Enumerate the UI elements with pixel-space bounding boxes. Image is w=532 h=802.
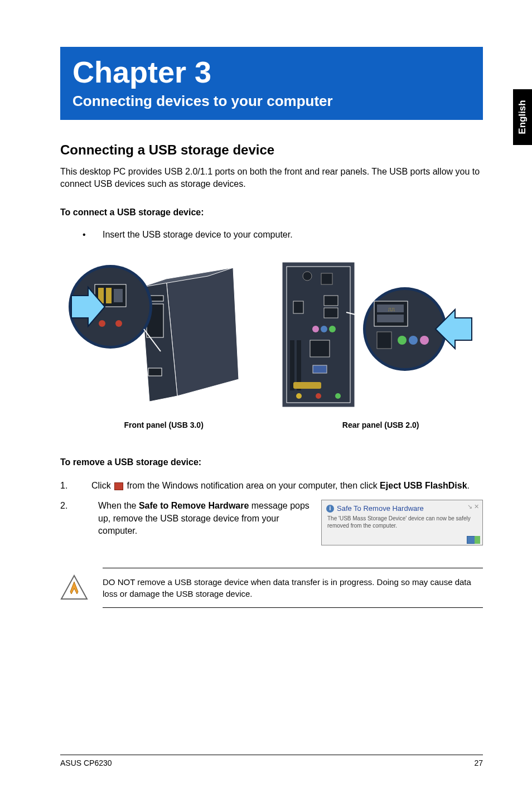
section-heading: Connecting a USB storage device (60, 142, 483, 158)
connect-bullet-text: Insert the USB storage device to your co… (103, 230, 293, 240)
connect-bullet: • Insert the USB storage device to your … (60, 230, 483, 240)
svg-rect-30 (293, 382, 321, 389)
balloon-title: Safe To Remove Hardware (337, 504, 424, 514)
svg-point-13 (115, 320, 122, 327)
svg-point-42 (409, 336, 418, 345)
step-number: 1. (60, 480, 91, 492)
tray-usb-icon (475, 536, 480, 544)
connect-heading: To connect a USB storage device: (60, 207, 483, 218)
svg-point-32 (316, 393, 321, 399)
chapter-subtitle: Connecting devices to your computer (72, 93, 471, 110)
warning-block: DO NOT remove a USB storage device when … (60, 568, 483, 608)
svg-rect-22 (293, 301, 303, 313)
svg-point-33 (335, 393, 341, 399)
chapter-title: Chapter 3 (72, 55, 471, 89)
front-caption: Front panel (USB 3.0) (124, 421, 203, 429)
balloon-body: The 'USB Mass Storage Device' device can… (326, 515, 478, 529)
section-intro: This desktop PC provides USB 2.0/1.1 por… (60, 166, 483, 191)
rear-panel-figure: ⎍⎍ (277, 257, 477, 415)
svg-rect-11 (114, 289, 123, 302)
svg-point-41 (398, 336, 407, 345)
warning-text: DO NOT remove a USB storage device when … (103, 568, 483, 608)
footer-model: ASUS CP6230 (60, 758, 112, 767)
bullet-mark: • (83, 230, 103, 240)
remove-step-2: 2. When the Safe to Remove Hardware mess… (60, 500, 483, 545)
front-panel-figure (66, 257, 244, 415)
svg-rect-38 (377, 315, 404, 322)
svg-point-31 (296, 393, 302, 399)
system-tray (326, 535, 480, 543)
svg-point-24 (321, 326, 327, 332)
svg-rect-26 (310, 340, 330, 357)
svg-rect-18 (321, 273, 332, 284)
svg-rect-21 (324, 308, 338, 318)
svg-point-43 (420, 336, 429, 345)
svg-point-19 (303, 272, 312, 281)
balloon-controls: ↘ ✕ (467, 503, 479, 511)
warning-icon (60, 574, 88, 602)
svg-rect-5 (148, 368, 162, 376)
remove-heading: To remove a USB storage device: (60, 457, 483, 467)
rear-caption: Rear panel (USB 2.0) (342, 421, 419, 429)
figure-row: ⎍⎍ (60, 257, 483, 415)
svg-text:⎍⎍: ⎍⎍ (388, 306, 395, 312)
svg-point-25 (312, 326, 319, 332)
step-body: When the Safe to Remove Hardware message… (98, 500, 315, 545)
svg-rect-27 (313, 365, 327, 373)
chapter-banner: Chapter 3 Connecting devices to your com… (60, 47, 483, 120)
svg-rect-10 (106, 288, 112, 303)
svg-point-23 (329, 326, 336, 332)
notification-balloon: ↘ ✕ i Safe To Remove Hardware The 'USB M… (321, 500, 483, 545)
footer-page-number: 27 (474, 758, 483, 767)
caption-row: Front panel (USB 3.0) Rear panel (USB 2.… (60, 421, 483, 429)
svg-marker-0 (166, 268, 239, 396)
remove-step-1: 1. Click from the Windows notification a… (60, 480, 483, 492)
svg-rect-20 (324, 296, 338, 306)
svg-rect-40 (377, 332, 391, 349)
balloon-title-row: i Safe To Remove Hardware (326, 504, 478, 514)
svg-point-12 (99, 320, 105, 327)
step-body: Click from the Windows notification area… (91, 480, 483, 492)
info-icon: i (326, 505, 334, 513)
page-footer: ASUS CP6230 27 (60, 755, 483, 767)
tray-usb-icon (114, 482, 123, 490)
step-number: 2. (60, 500, 91, 545)
